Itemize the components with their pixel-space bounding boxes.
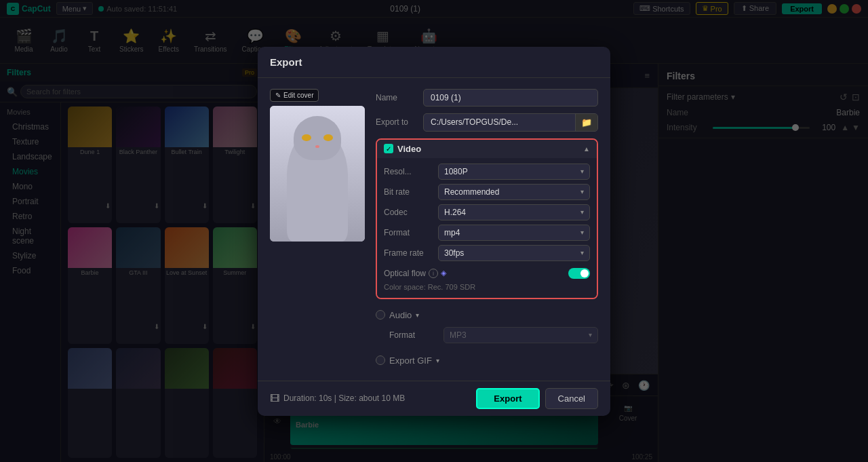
- framerate-row: Frame rate 30fps ▾: [384, 245, 590, 261]
- color-space-row: Color space: Rec. 709 SDR: [384, 282, 590, 292]
- gem-icon: ◈: [441, 269, 446, 277]
- format-value: mp4: [444, 228, 460, 237]
- export-modal-label: Export: [494, 393, 521, 404]
- modal-header: Export: [258, 47, 610, 78]
- export-to-row: Export to C:/Users/TOPGUS/De... 📁: [376, 113, 598, 132]
- cat-eye-right: [323, 134, 333, 141]
- video-settings: Resol... 1080P ▾ Bit rate Recommended ▾: [377, 158, 597, 298]
- video-section: ✓ Video ▲ Resol... 1080P ▾: [376, 138, 598, 299]
- optical-flow-row: Optical flow i ◈: [384, 265, 590, 282]
- export-modal-button[interactable]: Export: [476, 388, 539, 409]
- resolution-chevron-icon: ▾: [580, 168, 584, 175]
- bitrate-row: Bit rate Recommended ▾: [384, 184, 590, 200]
- framerate-chevron-icon: ▾: [580, 249, 584, 256]
- resolution-row: Resol... 1080P ▾: [384, 163, 590, 180]
- framerate-select[interactable]: 30fps ▾: [438, 245, 590, 261]
- bitrate-value: Recommended: [444, 187, 499, 197]
- audio-section: Audio ▾ Format MP3 ▾: [376, 306, 598, 346]
- codec-select[interactable]: H.264 ▾: [438, 204, 590, 220]
- resolution-label: Resol...: [384, 167, 438, 176]
- codec-row: Codec H.264 ▾: [384, 204, 590, 220]
- export-to-label: Export to: [376, 117, 423, 127]
- checkmark-icon: ✓: [386, 145, 391, 153]
- optical-flow-label: Optical flow i ◈: [384, 269, 446, 278]
- codec-value: H.264: [444, 208, 466, 217]
- audio-circle-icon: [376, 310, 385, 320]
- name-setting-row: Name: [376, 89, 598, 107]
- cancel-label: Cancel: [558, 393, 585, 404]
- preview-image: [270, 106, 365, 242]
- format-label: Format: [384, 228, 438, 237]
- resolution-value: 1080P: [444, 167, 468, 176]
- format-select[interactable]: mp4 ▾: [438, 225, 590, 241]
- gif-circle-icon: [376, 355, 385, 365]
- toggle-thumb: [580, 269, 589, 277]
- export-path-container: C:/Users/TOPGUS/De... 📁: [423, 113, 598, 132]
- modal-preview: ✎ Edit cover: [270, 89, 365, 370]
- audio-format-value: MP3: [450, 330, 467, 340]
- cat-eye-left: [302, 134, 311, 141]
- format-chevron-icon: ▾: [580, 229, 584, 236]
- modal-settings: Name Export to C:/Users/TOPGUS/De... 📁 ✓…: [376, 89, 598, 370]
- gif-section[interactable]: Export GIF ▾: [376, 351, 598, 370]
- video-chevron-icon: ▲: [583, 145, 590, 153]
- name-setting-label: Name: [376, 93, 423, 102]
- name-input[interactable]: [423, 89, 598, 107]
- bitrate-chevron-icon: ▾: [580, 188, 584, 195]
- audio-section-title: Audio: [389, 310, 412, 320]
- modal-title: Export: [270, 56, 302, 68]
- edit-cover-label: Edit cover: [283, 92, 313, 99]
- bitrate-label: Bit rate: [384, 187, 438, 197]
- audio-chevron-icon: ▾: [416, 311, 419, 319]
- file-icon: 🎞: [270, 393, 279, 404]
- codec-chevron-icon: ▾: [580, 208, 584, 216]
- optical-flow-text: Optical flow: [384, 269, 426, 278]
- framerate-label: Frame rate: [384, 248, 438, 258]
- gif-section-title: Export GIF: [389, 355, 432, 366]
- bitrate-select[interactable]: Recommended ▾: [438, 184, 590, 200]
- audio-format-chevron-icon: ▾: [589, 331, 592, 339]
- optical-flow-toggle-container[interactable]: [568, 268, 590, 279]
- edit-icon: ✎: [275, 92, 281, 99]
- audio-format-label: Format: [389, 330, 443, 340]
- gif-chevron-icon: ▾: [436, 357, 439, 364]
- browse-folder-button[interactable]: 📁: [575, 114, 597, 131]
- codec-label: Codec: [384, 208, 438, 217]
- video-section-header[interactable]: ✓ Video ▲: [377, 140, 597, 158]
- duration-text: Duration: 10s | Size: about 10 MB: [283, 393, 405, 403]
- modal-body: ✎ Edit cover Name: [258, 78, 610, 381]
- optical-flow-toggle[interactable]: [568, 268, 590, 279]
- resolution-select[interactable]: 1080P ▾: [438, 163, 590, 180]
- cancel-button[interactable]: Cancel: [545, 388, 598, 409]
- info-icon[interactable]: i: [429, 269, 438, 278]
- cat-nose: [315, 145, 319, 148]
- video-checkbox[interactable]: ✓: [384, 144, 393, 153]
- cat-head: [294, 116, 341, 160]
- export-path-text: C:/Users/TOPGUS/De...: [424, 114, 575, 130]
- audio-section-header[interactable]: Audio ▾: [376, 306, 598, 324]
- export-modal: Export ✎ Edit cover: [258, 47, 610, 416]
- format-row: Format mp4 ▾: [384, 225, 590, 241]
- color-space-text: Color space: Rec. 709 SDR: [384, 283, 475, 291]
- framerate-value: 30fps: [444, 248, 464, 258]
- footer-actions: Export Cancel: [476, 388, 598, 409]
- modal-footer: 🎞 Duration: 10s | Size: about 10 MB Expo…: [258, 381, 610, 416]
- audio-format-select[interactable]: MP3 ▾: [443, 327, 598, 343]
- edit-cover-button[interactable]: ✎ Edit cover: [270, 89, 319, 102]
- audio-format-row: Format MP3 ▾: [376, 324, 598, 346]
- duration-info: 🎞 Duration: 10s | Size: about 10 MB: [270, 393, 405, 404]
- video-section-title: Video: [397, 144, 421, 154]
